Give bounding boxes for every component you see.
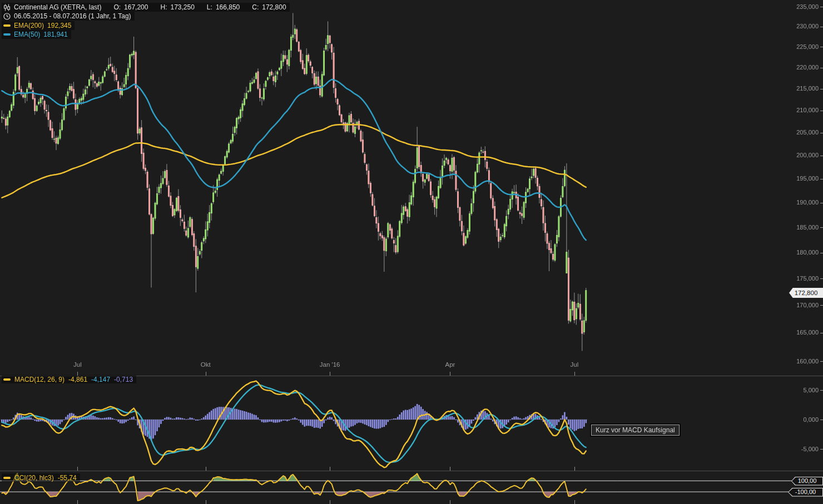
cci-title: CCI(20, hlc3)	[14, 474, 54, 482]
ema200-label: EMA(200)	[14, 22, 44, 29]
macd-signal-value: -4,147	[91, 376, 110, 383]
close-label: C:	[252, 3, 259, 11]
date-range-row[interactable]: 06.05.2015 - 08.07.2016 (1 Jahr, 1 Tag)	[2, 12, 135, 21]
charting-app: Continental AG (XETRA, last) O: 167,200 …	[0, 0, 823, 504]
price-chart-canvas[interactable]	[0, 0, 823, 504]
tooltip-text: Kurz vor MACD Kaufsignal	[596, 426, 675, 434]
last-price-tag: 172,800	[789, 288, 823, 298]
macd-title: MACD(12, 26, 9)	[14, 376, 65, 383]
macd-signal-tooltip: Kurz vor MACD Kaufsignal	[591, 425, 680, 436]
clock-icon	[3, 13, 11, 20]
macd-value: -4,861	[68, 376, 87, 383]
instrument-title: Continental AG (XETRA, last)	[14, 3, 101, 11]
date-range: 06.05.2015 - 08.07.2016 (1 Jahr, 1 Tag)	[14, 12, 131, 20]
cci-upper-tag: 100,00	[791, 477, 823, 486]
legend-macd[interactable]: MACD(12, 26, 9) -4,861 -4,147 -0,713	[2, 375, 136, 383]
legend-cci[interactable]: CCI(20, hlc3) -55,74	[2, 473, 80, 482]
ema200-value: 192,345	[47, 22, 71, 29]
candlestick-icon	[3, 4, 11, 11]
legend-ema200[interactable]: EMA(200) 192,345	[2, 21, 75, 30]
low-value: 166,850	[216, 3, 240, 11]
cci-lower-tag: -100,00	[788, 488, 823, 497]
ema50-label: EMA(50)	[14, 31, 40, 38]
close-value: 172,800	[262, 3, 286, 11]
macd-dash-icon	[3, 378, 11, 381]
low-label: L:	[207, 3, 212, 11]
open-value: 167,200	[124, 3, 148, 11]
legend-ema50[interactable]: EMA(50) 181,941	[2, 30, 71, 39]
high-value: 173,250	[170, 3, 194, 11]
high-label: H:	[160, 3, 167, 11]
open-label: O:	[113, 3, 121, 11]
ema50-dash-icon	[3, 33, 11, 36]
cci-value: -55,74	[58, 474, 77, 482]
panel-separator-cci	[0, 471, 823, 471]
instrument-header[interactable]: Continental AG (XETRA, last) O: 167,200 …	[2, 3, 290, 12]
cci-dash-icon	[3, 477, 11, 479]
ema50-value: 181,941	[43, 31, 67, 38]
ema200-dash-icon	[3, 24, 11, 27]
macd-hist-value: -0,713	[114, 376, 133, 383]
